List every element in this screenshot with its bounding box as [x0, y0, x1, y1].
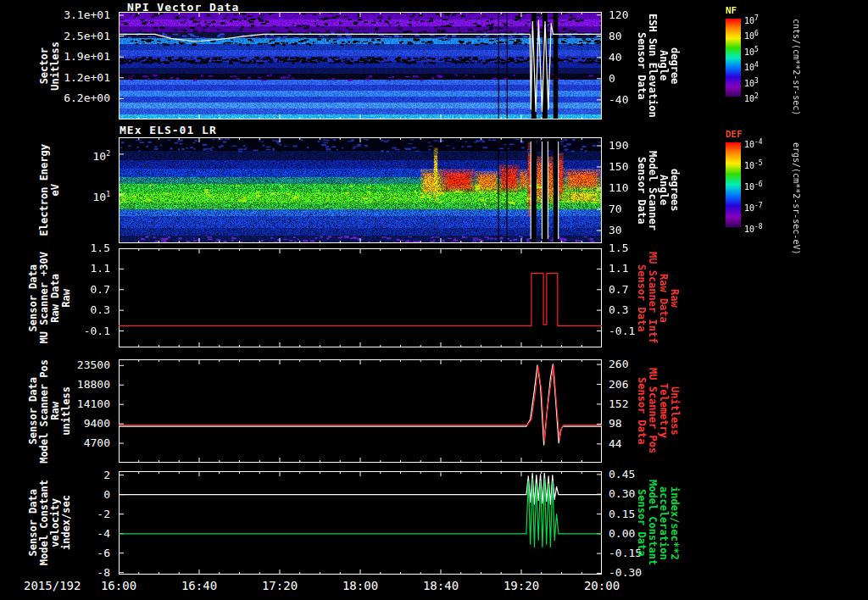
- colorbar-tick-label: 10-6: [744, 180, 763, 190]
- y-tick-label: -40: [609, 94, 628, 106]
- colorbar-def-units: ergs/(cm**2-sr-sec-eV): [792, 142, 801, 254]
- axis-label-line: Sensor Data: [636, 489, 647, 556]
- time-tick-label: 16:40: [174, 579, 225, 592]
- time-tick-label: 16:00: [93, 579, 144, 592]
- mu-raw-right-axis-label: Sensor DataMU Scanner IntfRaw DataRaw: [636, 248, 729, 347]
- axis-label-line: ESH Sun Elevation: [647, 14, 658, 118]
- y-tick-label: 190: [609, 140, 628, 152]
- y-tick-label: -4: [97, 528, 110, 540]
- y-tick-label: 1.5: [91, 242, 110, 254]
- time-tick-label: 17:20: [254, 579, 305, 592]
- y-tick-label: 14100: [77, 398, 110, 410]
- y-tick-label: 0.00: [609, 528, 635, 540]
- axis-label-line: Sensor Data: [636, 377, 647, 444]
- axis-label-line: Angle: [658, 175, 669, 205]
- model-const-left-tick-labels: 20-2-4-6-8: [0, 471, 114, 575]
- time-tick-label: 20:00: [576, 579, 627, 592]
- time-tick-label: 18:40: [415, 579, 466, 592]
- axis-label-line: Sensor Data: [636, 264, 647, 331]
- y-tick-label: 70: [609, 203, 622, 215]
- y-tick-label: 2.5e+01: [64, 31, 110, 42]
- y-tick-label: 0.15: [609, 508, 635, 520]
- model-const-right-axis-label: Sensor DataModel Constantaccelerationind…: [636, 471, 729, 575]
- y-tick-label: -0.1: [84, 325, 110, 337]
- axis-label-line: Sensor Data: [636, 32, 647, 99]
- time-tick-label: 18:00: [335, 579, 386, 592]
- colorbar-tick-label: 10-5: [744, 158, 763, 169]
- y-tick-label: 102: [93, 148, 110, 160]
- y-tick-label: 0.45: [609, 469, 635, 481]
- els-plot-area: [119, 137, 602, 243]
- scanner-pos-plot-overlay: [119, 359, 602, 463]
- npi-right-axis-label: Sensor DataESH Sun ElevationAngledegree: [636, 12, 729, 119]
- scanner-pos-left-tick-labels: 23500188001410094004700: [0, 359, 114, 463]
- colorbar-tick-label: 107: [744, 14, 759, 24]
- colorbar-tick-label: 102: [744, 92, 759, 102]
- y-tick-label: 206: [609, 379, 628, 391]
- axis-label-line: index/sec**2: [669, 486, 680, 560]
- y-tick-label: 1.2e+01: [64, 72, 110, 84]
- y-tick-label: 1.1: [91, 263, 110, 275]
- axis-label-line: Angle: [658, 50, 669, 81]
- y-tick-label: 101: [93, 189, 110, 201]
- npi-plot-area: [119, 12, 602, 119]
- colorbar-tick-label: 106: [744, 29, 759, 39]
- y-tick-label: 4700: [84, 437, 110, 449]
- date-label: 2015/192: [24, 579, 81, 592]
- model-const-plot-area: [119, 471, 602, 575]
- y-tick-label: 150: [609, 161, 628, 173]
- colorbar-tick-label: 104: [744, 60, 759, 70]
- scanner-pos-plot-area: [119, 359, 602, 463]
- panel-model-constant: Sensor DataModel Constantvelocityindex/s…: [0, 471, 868, 575]
- axis-label-line: Model Scanner: [647, 151, 658, 231]
- els-right-axis-label: Sensor DataModel ScannerAngledegrees: [636, 137, 729, 243]
- colorbar-nf-units: cnts/(cm**2-sr-sec): [792, 19, 801, 115]
- science-plot-screen: NPI Vector Data MEx ELS-01 LR SectorUnit…: [0, 0, 868, 600]
- y-tick-label: 1.1: [609, 263, 628, 275]
- colorbar-tick-label: 10-7: [744, 201, 763, 211]
- y-tick-label: -6: [97, 547, 110, 559]
- colorbar-tick-label: 103: [744, 76, 759, 86]
- y-tick-label: 0.7: [91, 284, 110, 296]
- axis-label-line: Unitless: [669, 386, 680, 436]
- axis-label-line: degree: [669, 47, 680, 84]
- y-tick-label: 1.5: [609, 242, 628, 254]
- y-tick-label: 3.1e+01: [64, 9, 110, 21]
- y-tick-label: 152: [609, 398, 628, 410]
- colorbar-def: DEF 10-410-510-610-710-8 ergs/(cm**2-sr-…: [726, 129, 868, 400]
- y-tick-label: 0.3: [91, 304, 110, 316]
- y-tick-label: 23500: [77, 359, 110, 371]
- y-tick-label: 120: [609, 9, 628, 21]
- axis-label-line: MU Scanner Intf: [647, 252, 658, 343]
- y-tick-label: 44: [609, 438, 622, 450]
- y-tick-label: -2: [97, 508, 110, 520]
- y-tick-label: 30: [609, 225, 622, 236]
- mu-raw-plot-area: [119, 248, 602, 347]
- colorbar-tick-label: 10-8: [744, 222, 763, 232]
- y-tick-label: 0.3: [609, 304, 628, 316]
- colorbar-def-title: DEF: [726, 129, 743, 140]
- npi-left-tick-labels: 3.1e+012.5e+011.9e+011.2e+016.2e+00: [0, 12, 114, 119]
- y-tick-label: 40: [609, 52, 622, 64]
- axis-label-line: Raw Data: [658, 274, 669, 323]
- model-const-plot-overlay: [119, 471, 602, 575]
- els-panel-title: MEx ELS-01 LR: [120, 124, 217, 136]
- colorbar-nf-gradient: [726, 19, 741, 97]
- mu-raw-left-tick-labels: 1.51.10.70.3-0.1: [0, 248, 114, 347]
- colorbar-tick-label: 10-4: [744, 137, 763, 147]
- y-tick-label: 1.9e+01: [64, 51, 110, 63]
- time-tick-label: 19:20: [496, 579, 547, 592]
- y-tick-label: 110: [609, 182, 628, 194]
- y-tick-label: -0.1: [609, 325, 635, 337]
- y-tick-label: 2: [103, 469, 110, 481]
- els-plot-overlay: [119, 137, 602, 243]
- colorbar-tick-label: 105: [744, 45, 759, 55]
- y-tick-label: 0: [103, 489, 110, 501]
- y-tick-label: 0: [609, 73, 615, 85]
- axis-label-line: Sensor Data: [636, 157, 647, 224]
- npi-plot-overlay: [119, 12, 602, 119]
- y-tick-label: 0.7: [609, 284, 628, 296]
- mu-raw-plot-overlay: [119, 248, 602, 347]
- y-tick-label: 80: [609, 31, 622, 42]
- axis-label-line: degrees: [669, 169, 680, 212]
